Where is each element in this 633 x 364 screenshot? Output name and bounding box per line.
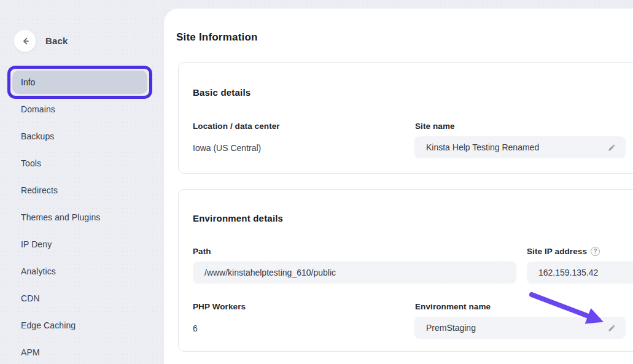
environment-name-value: PremStaging <box>426 323 606 333</box>
site-name-label: Site name <box>415 122 455 131</box>
path-label: Path <box>193 247 211 256</box>
site-ip-field: 162.159.135.42 <box>527 261 633 284</box>
location-value: Iowa (US Central) <box>193 143 261 153</box>
edit-site-name-button[interactable] <box>606 142 617 153</box>
php-workers-value: 6 <box>193 323 198 333</box>
kinsta-site-info-page: Back Info Domains Backups Tools Redirect… <box>0 0 633 364</box>
back-label: Back <box>45 36 68 46</box>
sidebar-item-apm[interactable]: APM <box>0 339 164 364</box>
php-workers-label: PHP Workers <box>193 302 246 311</box>
annotation-highlight-box: Info <box>7 66 152 99</box>
basic-details-heading: Basic details <box>193 87 250 98</box>
site-ip-label-row: Site IP address ? <box>527 247 600 256</box>
back-button[interactable] <box>14 29 36 52</box>
environment-details-heading: Environment details <box>193 213 283 223</box>
help-icon[interactable]: ? <box>591 247 600 256</box>
environment-details-card: Environment details Path /www/kinstahelp… <box>178 189 633 352</box>
sidebar-nav-list: Domains Backups Tools Redirects Themes a… <box>0 96 164 364</box>
site-ip-label: Site IP address <box>527 247 587 256</box>
sidebar-item-ip-deny[interactable]: IP Deny <box>0 231 164 258</box>
path-value: /www/kinstahelptesting_610/public <box>204 268 508 277</box>
sidebar-item-themes-and-plugins[interactable]: Themes and Plugins <box>0 204 164 231</box>
sidebar-item-redirects[interactable]: Redirects <box>0 177 164 204</box>
sidebar-item-domains[interactable]: Domains <box>0 96 164 123</box>
basic-details-card: Basic details Location / data center Iow… <box>178 62 633 174</box>
sidebar: Back Info Domains Backups Tools Redirect… <box>0 0 164 364</box>
sidebar-item-info[interactable]: Info <box>12 71 147 94</box>
edit-environment-name-button[interactable] <box>606 322 617 333</box>
sidebar-item-tools[interactable]: Tools <box>0 150 164 177</box>
environment-name-label: Environment name <box>415 302 491 311</box>
arrow-left-icon <box>20 36 30 46</box>
page-title: Site Information <box>176 31 258 44</box>
site-name-value: Kinsta Help Testing Renamed <box>426 142 606 152</box>
sidebar-item-cdn[interactable]: CDN <box>0 285 164 312</box>
sidebar-item-backups[interactable]: Backups <box>0 123 164 150</box>
location-label: Location / data center <box>193 122 280 131</box>
back-control: Back <box>14 29 68 52</box>
pencil-icon <box>608 324 616 332</box>
sidebar-item-analytics[interactable]: Analytics <box>0 258 164 285</box>
pencil-icon <box>608 144 616 152</box>
environment-name-field: PremStaging <box>414 317 626 339</box>
sidebar-item-edge-caching[interactable]: Edge Caching <box>0 312 164 339</box>
site-ip-value: 162.159.135.42 <box>538 268 633 277</box>
site-name-field: Kinsta Help Testing Renamed <box>414 136 626 158</box>
path-field: /www/kinstahelptesting_610/public <box>193 261 516 284</box>
